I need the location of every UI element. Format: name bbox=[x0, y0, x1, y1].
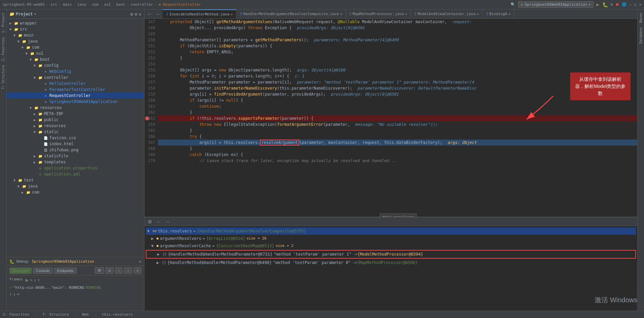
tree-item-requestcontroller[interactable]: ▶ ⊕ RequestController bbox=[7, 93, 144, 99]
close-debug-button[interactable]: ✕ bbox=[139, 259, 141, 264]
endpoints-tab[interactable]: Endpoints bbox=[54, 268, 77, 274]
tree-item-boot[interactable]: ▼ 📁 boot bbox=[7, 56, 144, 62]
tree-item-parametertestcontroller[interactable]: ▶ ⊕ ParameterTestController bbox=[7, 87, 144, 93]
code-editor[interactable]: 147 protected Object[] getMethodArgument… bbox=[144, 19, 637, 217]
up-arrow-btn[interactable]: ↑ bbox=[9, 292, 12, 297]
var-value: {ConcurrentHashMap@6513} bbox=[216, 243, 274, 249]
tree-item-appprops[interactable]: ▶ ⚙ application.properties bbox=[7, 165, 144, 171]
code-line-169: 169 catch (Exception ex) { bbox=[144, 152, 637, 158]
run-configuration[interactable]: ▶ Springboot05Web01Application ▾ bbox=[518, 1, 594, 8]
debug-filter-btn[interactable]: ≈ bbox=[133, 267, 141, 274]
tree-item-src[interactable]: ▼ 📁 src bbox=[7, 26, 144, 32]
tab-close-btn[interactable]: ✕ bbox=[340, 12, 342, 16]
expand-icon[interactable]: ▼ bbox=[147, 228, 153, 234]
left-strip-favorites[interactable]: 2: Favorites bbox=[1, 35, 5, 63]
settings-button[interactable]: ⚙ bbox=[611, 2, 613, 7]
tree-item-test[interactable]: ▼ 📁 test bbox=[7, 177, 144, 183]
debug-layout-btn[interactable]: ≡ bbox=[105, 267, 114, 274]
tab-close-btn[interactable]: ✕ bbox=[508, 12, 510, 16]
tab-modelandviewcontainer[interactable]: J ModelAndViewContainer.java ✕ bbox=[411, 9, 482, 18]
debug-var-argumentresolvers[interactable]: ▶ ● argumentResolvers = {ArrayList@6514}… bbox=[146, 235, 636, 242]
tree-item-application[interactable]: ▶ ⊕ Springboot05Web01Application bbox=[7, 99, 144, 105]
step-over-button[interactable]: ↷ bbox=[30, 278, 32, 282]
tree-item-resources-sub[interactable]: ▶ 📁 resources bbox=[7, 123, 144, 129]
step-into-button[interactable]: ↓ bbox=[34, 278, 36, 282]
stop-button[interactable]: ⏹ bbox=[615, 2, 619, 7]
left-strip-project[interactable]: 1: Project bbox=[1, 11, 5, 35]
debug-var-handlermethodparam-1[interactable]: ▶ {} {HandlerMethod$HandlerMethodParamet… bbox=[146, 250, 636, 259]
var-eq: = bbox=[193, 228, 196, 234]
tree-item-favicon[interactable]: ▶ 📄 favicon.ico bbox=[7, 135, 144, 141]
frame-item[interactable]: ✓ "http-nio-8080..."main": RUNNING RUNNI… bbox=[9, 284, 141, 290]
tree-item-staticfile[interactable]: ▶ 📁 staticFile bbox=[7, 153, 144, 159]
tab-close-btn[interactable]: ✕ bbox=[231, 12, 233, 16]
expand-icon[interactable]: ▼ bbox=[151, 243, 157, 249]
tree-item-controller[interactable]: ▼ 📁 controller bbox=[7, 74, 144, 81]
tab-nav-back[interactable]: ← bbox=[146, 11, 153, 17]
tree-item-main[interactable]: ▼ 📁 main bbox=[7, 32, 144, 38]
step-out-button[interactable]: ↑ bbox=[38, 278, 40, 282]
status-item-favorites[interactable]: 2: Favorites bbox=[3, 312, 29, 317]
bottom-nav-back[interactable]: ← bbox=[155, 218, 162, 225]
tab-handlermethodargumentresolvercomposite[interactable]: J HandlerMethodArgumentResolverComposite… bbox=[237, 9, 346, 18]
console-tab[interactable]: Console bbox=[33, 268, 52, 274]
line-number: 163 bbox=[144, 115, 158, 121]
expand-icon[interactable]: ▶ bbox=[151, 235, 157, 242]
right-strip-database[interactable]: Database bbox=[639, 25, 643, 46]
tree-item-com[interactable]: ▼ 📁 com bbox=[7, 44, 144, 50]
tree-item-templates[interactable]: ▶ 📁 templates bbox=[7, 159, 144, 165]
left-strip-structure[interactable]: 7: Structure bbox=[1, 63, 5, 91]
tree-item-indexhtml[interactable]: ▶ 📄 index.html bbox=[7, 141, 144, 147]
debug-settings-btn[interactable]: ⚙ bbox=[95, 267, 104, 274]
close-button[interactable]: ✕ bbox=[639, 2, 641, 7]
debug-var-handlermethodparam-2[interactable]: ▶ {} {HandlerMethod$HandlerMethodParamet… bbox=[146, 259, 636, 266]
tree-item-metainf[interactable]: ▶ 📁 META-INF bbox=[7, 111, 144, 117]
tree-item-java[interactable]: ▼ 📁 java bbox=[7, 38, 144, 44]
maximize-button[interactable]: □ bbox=[634, 2, 637, 7]
expand-icon[interactable]: ▶ bbox=[157, 260, 162, 266]
debug-var-argumentresolvercache[interactable]: ▼ ● argumentResolverCache = {ConcurrentH… bbox=[146, 242, 636, 250]
debug-button[interactable]: 🐛 bbox=[602, 2, 608, 7]
close-icon[interactable]: ✕ bbox=[139, 11, 141, 17]
collapse-icon[interactable]: ≡ bbox=[134, 11, 137, 17]
minimize-button[interactable]: — bbox=[629, 2, 632, 7]
tree-item-test-com[interactable]: ▶ 📁 com bbox=[7, 189, 144, 195]
tree-item-public[interactable]: ▶ 📁 public bbox=[7, 117, 144, 123]
expand-icon[interactable]: ▶ bbox=[157, 251, 163, 257]
gear-icon[interactable]: ⚙ bbox=[130, 11, 133, 17]
down-arrow-btn[interactable]: ↓ bbox=[13, 292, 15, 297]
tree-item-hellocontroller[interactable]: ▶ ⊕ HelloController bbox=[7, 81, 144, 87]
tree-item-config[interactable]: ▼ 📁 config bbox=[7, 62, 144, 68]
tree-item-test-java[interactable]: ▼ 📁 java bbox=[7, 183, 144, 189]
tab-bindinga[interactable]: J BindingA ✕ bbox=[482, 9, 514, 18]
tree-item-webconfig[interactable]: ▶ ⊕ WebConfig bbox=[7, 68, 144, 74]
expand-arrow: ▶ bbox=[9, 21, 13, 25]
tab-close-btn[interactable]: ✕ bbox=[405, 12, 407, 16]
play-button[interactable]: ▶ bbox=[26, 277, 29, 283]
status-item-structure[interactable]: 7: Structure bbox=[42, 312, 69, 317]
debug-down-btn[interactable]: ↓ bbox=[124, 267, 132, 274]
run-button[interactable]: ▶ bbox=[596, 1, 600, 8]
tab-mapmethodprocessor[interactable]: J MapMethodProcessor.java ✕ bbox=[346, 9, 411, 18]
status-item-web[interactable]: Web bbox=[82, 312, 89, 317]
search-icon[interactable]: 🔍 bbox=[511, 2, 515, 7]
expand-arrow: ▶ bbox=[34, 112, 38, 116]
translate-icon[interactable]: 🌐 bbox=[622, 2, 627, 7]
debug-var-this-resolvers[interactable]: ▼ oo this.resolvers = {HandlerMethodArgu… bbox=[146, 227, 636, 235]
tree-item-appyml[interactable]: ▶ ⚙ application.yml bbox=[7, 171, 144, 177]
right-strip-maven[interactable]: Maven bbox=[639, 11, 643, 25]
tree-item-xu1[interactable]: ▼ 📁 xu1 bbox=[7, 50, 144, 56]
debugger-tab[interactable]: Debugger bbox=[9, 268, 32, 274]
bottom-nav-settings[interactable]: ⚙ bbox=[146, 218, 154, 225]
tab-invocablehandlermethod[interactable]: J InvocableHandlerMethod.java ✕ bbox=[163, 9, 237, 18]
tree-item-zhifubao[interactable]: ▶ 🖼 zhifubao.png bbox=[7, 147, 144, 153]
bottom-nav-forward[interactable]: → bbox=[164, 218, 171, 225]
tree-item-static[interactable]: ▼ 📁 static bbox=[7, 129, 144, 135]
tree-item-resources[interactable]: ▼ 📁 resources bbox=[7, 105, 144, 111]
filter-btn[interactable]: ≈ bbox=[17, 292, 19, 297]
tab-nav-forward[interactable]: → bbox=[154, 11, 161, 17]
tab-close-btn[interactable]: ✕ bbox=[477, 12, 479, 16]
debug-up-btn[interactable]: ↑ bbox=[115, 267, 123, 274]
breakpoint-dot[interactable] bbox=[145, 116, 149, 120]
tree-item-wrapper[interactable]: ▶ 📁 wrapper bbox=[7, 20, 144, 26]
